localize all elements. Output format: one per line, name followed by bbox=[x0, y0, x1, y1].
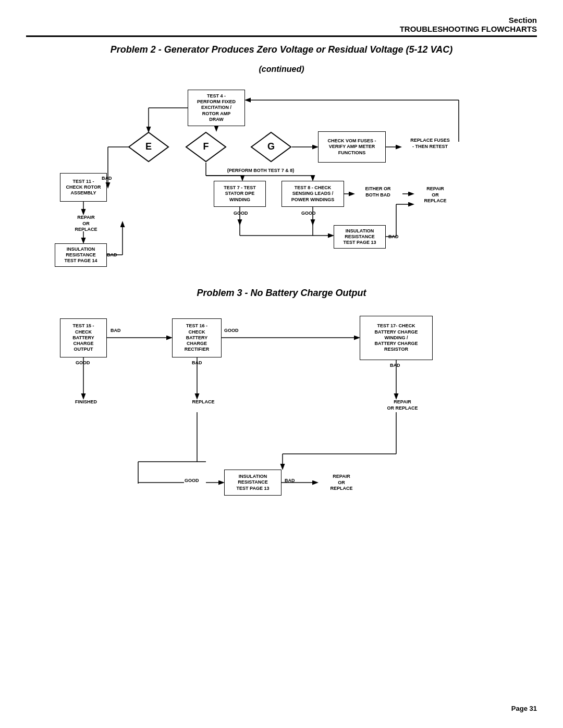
page-number: Page 31 bbox=[511, 705, 537, 712]
fc1-arrows bbox=[26, 79, 537, 277]
fc2-arrows bbox=[26, 308, 537, 527]
problem1-subtitle: (continued) bbox=[26, 65, 537, 74]
section-label: Section bbox=[26, 16, 537, 24]
problem3-title: Problem 3 - No Battery Charge Output bbox=[26, 288, 537, 299]
flowchart-1: TEST 4 -PERFORM FIXEDEXCITATION /ROTOR A… bbox=[26, 79, 537, 277]
flowchart-2: TEST 15 -CHECKBATTERYCHARGEOUTPUT BAD TE… bbox=[26, 308, 537, 527]
section-header: Section TROUBLESHOOTING FLOWCHARTS bbox=[26, 16, 537, 33]
problem1-title: Problem 2 - Generator Produces Zero Volt… bbox=[26, 44, 537, 55]
section-title: TROUBLESHOOTING FLOWCHARTS bbox=[26, 24, 537, 33]
header-divider bbox=[26, 35, 537, 37]
page: Section TROUBLESHOOTING FLOWCHARTS Probl… bbox=[0, 0, 563, 728]
